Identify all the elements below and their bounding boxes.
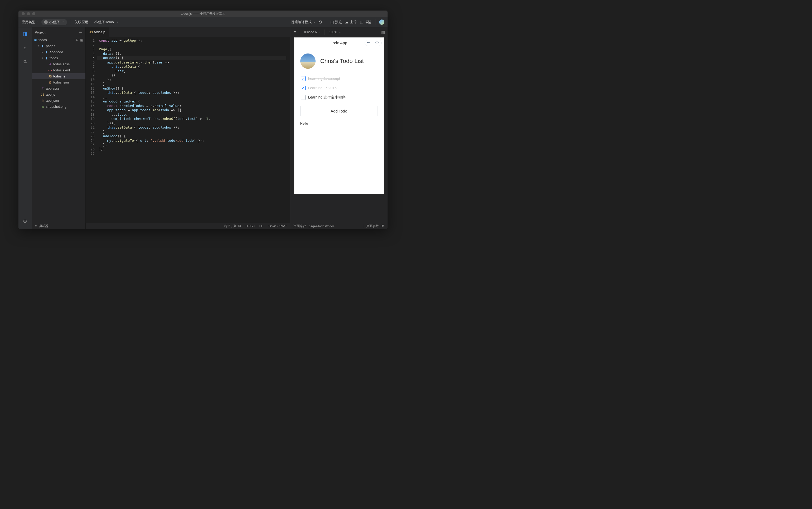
code-line[interactable]: }, (99, 130, 286, 134)
folder-add-todo[interactable]: ▶▮add-todo (32, 49, 86, 55)
code-line[interactable] (99, 151, 286, 156)
language-mode[interactable]: JAVASCRIPT (268, 225, 287, 228)
project-root[interactable]: ▣todos↻▣ (32, 37, 86, 43)
sliders-icon: ≡ (35, 224, 37, 228)
code-line[interactable]: }, (99, 95, 286, 100)
todo-item[interactable]: Learning 支付宝小程序 (301, 95, 378, 100)
add-todo-button[interactable]: Add Todo (300, 106, 378, 116)
todo-item[interactable]: ✓Learning Javascript (301, 76, 378, 81)
traffic-lights[interactable] (19, 12, 35, 15)
encoding[interactable]: UTF-8 (246, 225, 255, 228)
lab-activity[interactable]: ⚗ (21, 58, 29, 65)
settings-button[interactable]: ⚙ (21, 217, 29, 225)
code-line[interactable]: const checkedTodos = e.detail.value; (99, 104, 286, 108)
search-activity[interactable]: ⌕ (21, 44, 29, 52)
more-button[interactable]: ••• (365, 40, 373, 46)
file-todos.js[interactable]: JStodos.js (32, 73, 86, 79)
code-line[interactable]: }, (99, 82, 286, 87)
upload-button[interactable]: ☁ 上传 (345, 20, 357, 25)
app-type-dropdown[interactable]: 小程序 ﹀ (41, 19, 67, 25)
debugger-tab[interactable]: ≡ 调试器 (32, 223, 86, 229)
file-app.acss[interactable]: #app.acss (32, 86, 86, 92)
code-line[interactable]: ...todo, (99, 112, 286, 117)
code-line[interactable]: }); (99, 147, 286, 152)
editor-statusbar: 行 5，列 13 UTF-8 LF JAVASCRIPT (86, 223, 290, 229)
gutter: 1234567891011121314151617181920212223242… (86, 37, 97, 223)
tree-item-label: app.js (46, 93, 55, 96)
code-line[interactable]: app.getUserInfo().then(user => (99, 60, 286, 65)
file-app.json[interactable]: {}app.json (32, 98, 86, 104)
code-line[interactable]: app.todos = app.todos.map(todo => ({ (99, 108, 286, 112)
folder-icon: ▮ (41, 44, 45, 48)
code-line[interactable]: onShow() { (99, 87, 286, 91)
code-line[interactable]: addTodo() { (99, 134, 286, 139)
file-todos.json[interactable]: {}todos.json (32, 79, 86, 86)
file-snapshot.png[interactable]: ▨snapshot.png (32, 104, 86, 110)
eol[interactable]: LF (259, 225, 263, 228)
close-app-button[interactable]: ⓧ (373, 40, 382, 46)
code-line[interactable]: my.navigateTo({ url: '../add-todo/add-to… (99, 139, 286, 143)
simulator-panel: ≡ iPhone 6 ⌄ 100% ⌄ ▦ Todo App (290, 27, 388, 229)
refresh-icon[interactable]: ↻ (76, 38, 78, 42)
code-body[interactable]: const app = getApp(); Page({ data: {}, o… (97, 37, 286, 223)
todo-label: Learning Javascript (308, 76, 340, 80)
checkbox[interactable]: ✓ (301, 76, 305, 81)
details-button[interactable]: ▤ 详情 (359, 20, 371, 25)
checkbox[interactable] (301, 95, 305, 100)
js-file-icon: JS (41, 93, 45, 96)
js-file-icon: JS (48, 75, 52, 78)
collapse-panel-icon[interactable]: ⇤ (79, 30, 82, 35)
chevron-down-icon: ⌄ (339, 31, 341, 34)
app-type-icon (44, 20, 48, 24)
file-todos.axml[interactable]: <>todos.axml (32, 67, 86, 73)
assoc-app-value[interactable]: 小程序Demo (94, 20, 114, 25)
checkbox[interactable]: ✓ (301, 86, 305, 90)
code-line[interactable]: }, (99, 143, 286, 147)
code-line[interactable]: const app = getApp(); (99, 38, 286, 43)
page-params-label[interactable]: 页面参数 (366, 224, 379, 229)
xml-file-icon: <> (48, 69, 52, 72)
code-line[interactable]: user, (99, 69, 286, 73)
code-line[interactable]: ); (99, 78, 286, 82)
json-file-icon: {} (48, 81, 52, 84)
device-dropdown[interactable]: iPhone 6 ⌄ (303, 30, 322, 35)
code-line[interactable]: this.setData({ (99, 65, 286, 69)
page-path[interactable]: pages/todos/todos (309, 225, 334, 228)
folder-todos[interactable]: ▼▮todos (32, 55, 86, 61)
file-todos.acss[interactable]: #todos.acss (32, 61, 86, 67)
code-line[interactable]: data: {}, (99, 52, 286, 56)
maximize-icon[interactable] (32, 12, 35, 15)
todo-item[interactable]: ✓Learning ES2016 (301, 86, 378, 90)
close-icon[interactable] (22, 12, 25, 15)
file-app.js[interactable]: JSapp.js (32, 92, 86, 98)
app-type-label: 应用类型： (22, 20, 39, 25)
tab-todos-js[interactable]: JS todos.js (86, 27, 109, 37)
grid-icon[interactable]: ▦ (382, 224, 384, 229)
new-file-icon[interactable]: ▣ (80, 38, 83, 42)
code-line[interactable]: onTodoChanged(e) { (99, 99, 286, 104)
compile-mode-dropdown[interactable]: 普通编译模式 ⌄ (291, 20, 315, 25)
minimize-icon[interactable] (27, 12, 30, 15)
code-line[interactable]: completed: checkedTodos.indexOf(todo.tex… (99, 117, 286, 121)
user-avatar[interactable] (379, 20, 384, 25)
settings-toggle-icon[interactable]: ≡ (293, 30, 297, 34)
explorer-activity[interactable]: ◨ (21, 30, 29, 37)
todo-label: Learning ES2016 (308, 86, 337, 90)
folder-pages[interactable]: ▼▮pages (32, 43, 86, 49)
code-line[interactable]: }) (99, 73, 286, 78)
device-label: iPhone 6 (304, 30, 317, 34)
zoom-dropdown[interactable]: 100% ⌄ (327, 30, 343, 35)
preview-button[interactable]: ▢ 预览 (330, 20, 342, 25)
code-line[interactable]: Page({ (99, 47, 286, 52)
cube-icon: ▣ (33, 38, 37, 42)
refresh-button[interactable] (318, 20, 322, 24)
code-line[interactable] (99, 43, 286, 47)
add-device-icon[interactable]: ▦ (381, 30, 385, 35)
details-label: 详情 (365, 20, 371, 25)
code-line[interactable]: this.setData({ todos: app.todos }); (99, 91, 286, 95)
cursor-position[interactable]: 行 5，列 13 (224, 224, 241, 229)
code-editor[interactable]: 1234567891011121314151617181920212223242… (86, 37, 290, 223)
code-line[interactable]: this.setData({ todos: app.todos }); (99, 126, 286, 130)
minimap[interactable] (286, 37, 290, 223)
code-line[interactable]: })); (99, 121, 286, 126)
